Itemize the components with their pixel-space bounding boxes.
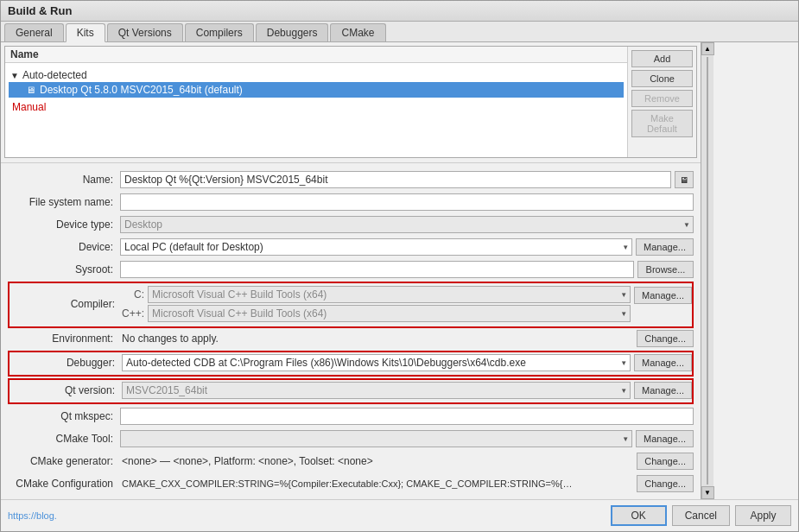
compiler-cpp-inline-label: C++: bbox=[122, 307, 148, 320]
cmake-config-row: CMake Configuration CMAKE_CXX_COMPILER:S… bbox=[8, 473, 694, 494]
qt-version-row: Qt version: MSVC2015_64bit Manage... bbox=[10, 380, 692, 401]
kit-group-auto-detected-label[interactable]: ▼ Auto-detected bbox=[9, 68, 624, 82]
cancel-button[interactable]: Cancel bbox=[672, 505, 730, 526]
sysroot-browse-button[interactable]: Browse... bbox=[637, 261, 694, 278]
kit-group-auto-detected: ▼ Auto-detected 🖥 Desktop Qt 5.8.0 MSVC2… bbox=[9, 68, 624, 98]
apply-button[interactable]: Apply bbox=[735, 505, 791, 526]
kit-list-header: Name bbox=[5, 47, 627, 63]
filesystem-label: File system name: bbox=[8, 196, 120, 208]
debugger-select[interactable]: Auto-detected CDB at C:\Program Files (x… bbox=[122, 354, 631, 371]
name-monitor-button[interactable]: 🖥 bbox=[675, 171, 694, 188]
manual-label[interactable]: Manual bbox=[9, 99, 624, 115]
environment-label: Environment: bbox=[8, 332, 120, 345]
debugger-label: Debugger: bbox=[10, 357, 122, 369]
qt-mkspec-row: Qt mkspec: bbox=[8, 406, 694, 427]
tab-kits[interactable]: Kits bbox=[66, 23, 105, 42]
device-row: Device: Local PC (default for Desktop) M… bbox=[8, 237, 694, 257]
compiler-row: Compiler: C: Microsoft Visual C++ Build … bbox=[10, 285, 692, 323]
sysroot-input[interactable] bbox=[120, 261, 634, 278]
tab-debuggers[interactable]: Debuggers bbox=[256, 23, 329, 41]
left-panel: Name ▼ Auto-detected 🖥 Desktop Qt 5.8.0 … bbox=[1, 42, 701, 499]
compiler-c-inline-label: C: bbox=[122, 288, 148, 301]
bottom-bar: https://blog. OK Cancel Apply bbox=[1, 499, 798, 531]
environment-change-button[interactable]: Change... bbox=[637, 330, 694, 347]
scroll-down-button[interactable]: ▼ bbox=[701, 486, 714, 499]
monitor-icon: 🖥 bbox=[26, 85, 35, 95]
cmake-tool-select[interactable] bbox=[120, 430, 632, 447]
expand-arrow-icon: ▼ bbox=[10, 71, 19, 80]
cmake-config-label: CMake Configuration bbox=[8, 478, 120, 490]
qt-version-label: Qt version: bbox=[10, 384, 122, 396]
compiler-cpp-select[interactable]: Microsoft Visual C++ Build Tools (x64) bbox=[148, 305, 631, 322]
compiler-c-select[interactable]: Microsoft Visual C++ Build Tools (x64) bbox=[148, 286, 631, 303]
sysroot-label: Sysroot: bbox=[8, 263, 120, 276]
clone-kit-button[interactable]: Clone bbox=[631, 70, 693, 87]
scroll-up-button[interactable]: ▲ bbox=[701, 42, 714, 55]
kit-group-manual: Manual bbox=[9, 99, 624, 115]
filesystem-input[interactable] bbox=[120, 193, 694, 211]
cmake-tool-row: CMake Tool: Manage... bbox=[8, 428, 694, 449]
device-label: Device: bbox=[8, 241, 120, 253]
environment-value: No changes to apply. bbox=[120, 332, 219, 345]
cmake-generator-value: <none> — <none>, Platform: <none>, Tools… bbox=[120, 455, 373, 467]
compiler-label: Compiler: bbox=[10, 298, 122, 310]
debugger-manage-button[interactable]: Manage... bbox=[634, 354, 692, 371]
compiler-manage-button[interactable]: Manage... bbox=[634, 287, 692, 304]
cmake-generator-change-button[interactable]: Change... bbox=[637, 453, 694, 470]
title-bar: Build & Run bbox=[1, 1, 798, 22]
watermark: https://blog. bbox=[8, 510, 57, 521]
tab-qt-versions[interactable]: Qt Versions bbox=[107, 23, 183, 41]
make-default-button[interactable]: Make Default bbox=[631, 110, 693, 137]
compiler-section: Compiler: C: Microsoft Visual C++ Build … bbox=[8, 282, 694, 328]
device-manage-button[interactable]: Manage... bbox=[636, 238, 694, 256]
name-row: Name: 🖥 bbox=[8, 169, 694, 190]
scrollbar-thumb[interactable] bbox=[707, 57, 708, 484]
environment-row: Environment: No changes to apply. Change… bbox=[8, 328, 694, 349]
name-input[interactable] bbox=[120, 171, 671, 188]
qt-version-manage-button[interactable]: Manage... bbox=[634, 382, 692, 399]
cmake-tool-label: CMake Tool: bbox=[8, 433, 120, 445]
tab-compilers[interactable]: Compilers bbox=[185, 23, 254, 41]
kit-item-desktop[interactable]: 🖥 Desktop Qt 5.8.0 MSVC2015_64bit (defau… bbox=[9, 82, 624, 98]
build-run-window: Build & Run General Kits Qt Versions Com… bbox=[0, 0, 799, 532]
cmake-generator-row: CMake generator: <none> — <none>, Platfo… bbox=[8, 451, 694, 472]
cmake-generator-label: CMake generator: bbox=[8, 455, 120, 467]
ok-button[interactable]: OK bbox=[611, 505, 667, 526]
qt-mkspec-input[interactable] bbox=[120, 408, 694, 425]
remove-kit-button[interactable]: Remove bbox=[631, 90, 693, 107]
cmake-config-value: CMAKE_CXX_COMPILER:STRING=%{Compiler:Exe… bbox=[120, 478, 578, 489]
window-title: Build & Run bbox=[8, 4, 72, 17]
filesystem-row: File system name: bbox=[8, 192, 694, 212]
details-form: Name: 🖥 File system name: Device type: bbox=[1, 166, 701, 499]
qt-mkspec-label: Qt mkspec: bbox=[8, 410, 120, 422]
cmake-config-change-button[interactable]: Change... bbox=[637, 475, 694, 492]
tab-bar: General Kits Qt Versions Compilers Debug… bbox=[1, 22, 798, 42]
scrollbar: ▲ ▼ bbox=[701, 42, 713, 499]
debugger-section: Debugger: Auto-detected CDB at C:\Progra… bbox=[8, 351, 694, 377]
qt-version-section: Qt version: MSVC2015_64bit Manage... bbox=[8, 378, 694, 404]
form-section: Name: 🖥 File system name: Device type: bbox=[4, 169, 697, 494]
kit-list-panel: Name ▼ Auto-detected 🖥 Desktop Qt 5.8.0 … bbox=[5, 47, 627, 157]
device-type-select[interactable]: Desktop bbox=[120, 216, 694, 233]
add-kit-button[interactable]: Add bbox=[631, 50, 693, 67]
tab-general[interactable]: General bbox=[4, 23, 64, 41]
cmake-tool-manage-button[interactable]: Manage... bbox=[636, 430, 694, 447]
qt-version-select[interactable]: MSVC2015_64bit bbox=[122, 382, 631, 399]
device-select[interactable]: Local PC (default for Desktop) bbox=[120, 238, 632, 256]
tab-cmake[interactable]: CMake bbox=[330, 23, 385, 41]
sysroot-row: Sysroot: Browse... bbox=[8, 259, 694, 280]
device-type-row: Device type: Desktop bbox=[8, 214, 694, 235]
kit-tree: ▼ Auto-detected 🖥 Desktop Qt 5.8.0 MSVC2… bbox=[5, 63, 627, 120]
device-type-label: Device type: bbox=[8, 218, 120, 231]
main-content: Name ▼ Auto-detected 🖥 Desktop Qt 5.8.0 … bbox=[1, 42, 798, 499]
name-label: Name: bbox=[8, 174, 120, 186]
kit-action-buttons: Add Clone Remove Make Default bbox=[627, 47, 696, 157]
debugger-row: Debugger: Auto-detected CDB at C:\Progra… bbox=[10, 352, 692, 373]
